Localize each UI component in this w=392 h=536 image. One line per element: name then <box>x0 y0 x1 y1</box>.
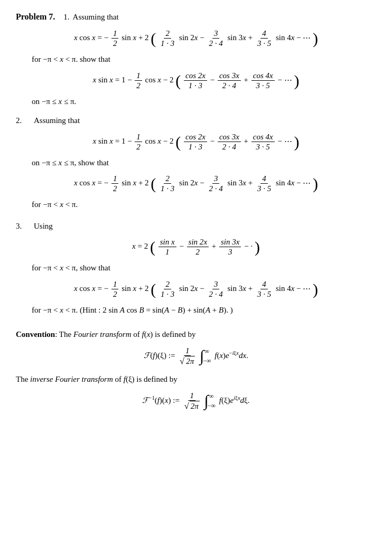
condition-2b: for −π < x < π. <box>32 199 376 211</box>
convention-label: Convention <box>16 330 55 338</box>
inverse-header: The inverse Fourier transform of f(ξ) is… <box>16 373 376 385</box>
formula-1a: x cos x = − 12 sin x + 2 ( 21 · 3 sin 2x… <box>16 29 376 48</box>
formula-2a: x sin x = 1 − 12 cos x − 2 ( cos 2x1 · 3… <box>16 132 376 152</box>
formula-2b: x cos x = − 12 sin x + 2 ( 21 · 3 sin 2x… <box>16 174 376 193</box>
convention-colon: : The Fourier transform of f(x) is defin… <box>55 330 195 338</box>
condition-1b: on −π ≤ x ≤ π. <box>32 96 376 108</box>
formula-3a: x = 2 ( sin x1 − sin 2x2 + sin 3x3 − · ) <box>16 237 376 257</box>
problem-header: Problem 7. 1. Assuming that <box>16 11 376 23</box>
inverse-fourier-italic: inverse Fourier transform <box>30 375 113 383</box>
item-3-number: 3. <box>16 220 31 232</box>
item-2-number: 2. <box>16 115 31 127</box>
condition-3b: for −π < x < π. (Hint : 2 sin A cos B = … <box>32 304 376 316</box>
item-3-header: 3. Using <box>16 220 376 232</box>
formula-3b: x cos x = − 12 sin x + 2 ( 21 · 3 sin 2x… <box>16 279 376 299</box>
condition-2a: on −π ≤ x ≤ π, show that <box>32 157 376 169</box>
item-2-header: 2. Assuming that <box>16 115 376 127</box>
problem-label: Problem 7. <box>16 11 55 23</box>
convention-block: Convention: The Fourier transform of f(x… <box>16 328 376 411</box>
convention-header: Convention: The Fourier transform of f(x… <box>16 328 376 341</box>
item-1-intro: Assuming that <box>73 11 119 23</box>
item-3-intro: Using <box>34 220 53 232</box>
fx-text: f <box>142 330 144 338</box>
fourier-transform-italic: Fourier transform <box>73 330 132 338</box>
condition-3a: for −π < x < π, show that <box>32 262 376 274</box>
item-2-intro: Assuming that <box>34 115 80 127</box>
inverse-fourier-formula: ℱ−1(f)(x) := 1 √2π ∫∞−∞ f(ξ)eiξxdξ. <box>16 391 376 411</box>
condition-1a: for −π < x < π. show that <box>32 53 376 65</box>
fourier-formula: ℱ(f)(ξ) := 1 √2π ∫∞−∞ f(x)e−iξxdx. <box>16 346 376 366</box>
formula-1b: x sin x = 1 − 12 cos x − 2 ( cos 2x1 · 3… <box>16 71 376 90</box>
item-1-number: 1. <box>63 11 69 23</box>
